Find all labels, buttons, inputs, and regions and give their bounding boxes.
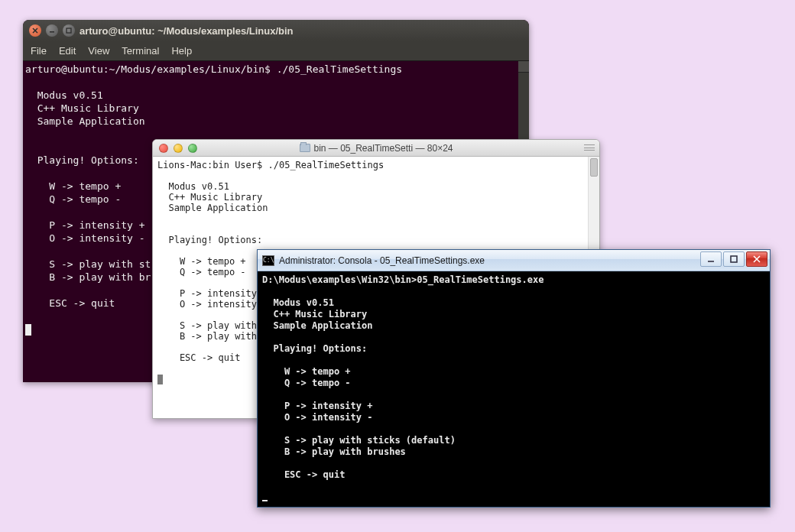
cursor-icon: [25, 324, 31, 336]
maximize-icon[interactable]: [723, 251, 745, 267]
ubuntu-titlebar[interactable]: arturo@ubuntu: ~/Modus/examples/Linux/bi…: [23, 20, 529, 41]
windows-console-window[interactable]: C:\ Administrator: Consola - 05_RealTime…: [257, 249, 771, 508]
terminal-output: Modus v0.51 C++ Music Library Sample App…: [262, 297, 456, 480]
window-title: arturo@ubuntu: ~/Modus/examples/Linux/bi…: [80, 25, 294, 37]
menu-view[interactable]: View: [88, 45, 109, 57]
mac-titlebar[interactable]: bin — 05_RealTimeSetti — 80×24: [153, 140, 599, 157]
terminal-output: Modus v0.51 C++ Music Library Sample App…: [25, 89, 151, 309]
terminal-prompt: arturo@ubuntu:~/Modus/examples/Linux/bin…: [25, 63, 402, 75]
svg-rect-1: [67, 28, 71, 33]
console-icon: C:\: [262, 255, 274, 266]
menu-edit[interactable]: Edit: [59, 45, 76, 57]
terminal-prompt: Lions-Mac:bin User$ ./05_RealTimeSetting…: [157, 160, 384, 170]
minimize-icon[interactable]: [700, 251, 722, 267]
menu-terminal[interactable]: Terminal: [122, 45, 159, 57]
close-icon[interactable]: [746, 251, 767, 267]
menu-file[interactable]: File: [31, 45, 47, 57]
window-title-text: bin — 05_RealTimeSetti — 80×24: [314, 143, 453, 154]
terminal-output: Modus v0.51 C++ Music Library Sample App…: [157, 181, 268, 363]
terminal-prompt: D:\Modus\examples\Win32\bin>05_RealTimeS…: [262, 274, 544, 285]
cursor-icon: [157, 375, 163, 384]
windows-titlebar[interactable]: C:\ Administrator: Consola - 05_RealTime…: [258, 250, 770, 271]
zoom-icon[interactable]: [188, 144, 197, 153]
window-title: Administrator: Consola - 05_RealTimeSett…: [279, 255, 485, 266]
close-icon[interactable]: [29, 24, 41, 37]
scroll-thumb[interactable]: [590, 158, 598, 177]
svg-rect-0: [50, 31, 54, 33]
cursor-icon: [262, 500, 268, 501]
ubuntu-menubar: File Edit View Terminal Help: [23, 41, 529, 61]
close-icon[interactable]: [159, 144, 168, 153]
menu-help[interactable]: Help: [171, 45, 192, 57]
svg-rect-3: [731, 256, 737, 262]
windows-terminal-area[interactable]: D:\Modus\examples\Win32\bin>05_RealTimeS…: [258, 271, 770, 507]
resize-icon[interactable]: [584, 142, 595, 153]
window-title: bin — 05_RealTimeSetti — 80×24: [153, 143, 599, 154]
maximize-icon[interactable]: [63, 24, 75, 37]
minimize-icon[interactable]: [46, 24, 58, 37]
folder-icon: [300, 144, 310, 152]
minimize-icon[interactable]: [174, 144, 183, 153]
